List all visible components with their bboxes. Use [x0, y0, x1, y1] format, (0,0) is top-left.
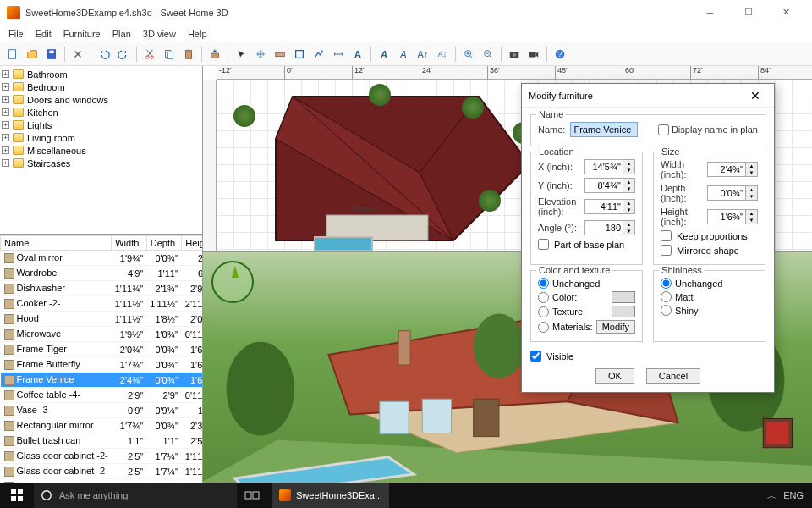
video-icon[interactable]: [524, 45, 543, 64]
ct-texture-radio[interactable]: [538, 306, 549, 318]
menu-plan[interactable]: Plan: [107, 27, 136, 41]
ct-color-radio[interactable]: [538, 292, 549, 303]
expand-icon[interactable]: +: [2, 146, 9, 154]
create-polyline-icon[interactable]: [310, 45, 328, 64]
width-stepper[interactable]: ▲▼: [707, 162, 758, 177]
table-row[interactable]: Vase -3-0'9"0'9¼"1'8": [1, 403, 203, 418]
text-decrease-icon[interactable]: A↓: [433, 45, 452, 64]
table-row[interactable]: Frame Venice2'4¾"0'0¾"1'6¾": [1, 373, 203, 388]
text-italic-icon[interactable]: A: [394, 45, 413, 64]
text-bold-icon[interactable]: A: [375, 45, 393, 64]
new-icon[interactable]: [3, 45, 22, 64]
elevation-stepper[interactable]: ▲▼: [584, 199, 635, 214]
tray-lang[interactable]: ENG: [783, 490, 804, 500]
table-row[interactable]: Coffee table -4-2'9"2'9"0'11¼": [1, 388, 203, 403]
redo-icon[interactable]: [114, 45, 133, 64]
angle-stepper[interactable]: ▲▼: [584, 220, 635, 235]
save-icon[interactable]: [42, 45, 61, 64]
text-increase-icon[interactable]: A↑: [414, 45, 432, 64]
menu-furniture[interactable]: Furniture: [58, 27, 106, 41]
ok-button[interactable]: OK: [595, 368, 634, 384]
expand-icon[interactable]: +: [2, 134, 9, 141]
baseplan-checkbox[interactable]: [538, 239, 549, 250]
table-row[interactable]: Microwave1'9½"1'0¾"0'11¼": [1, 327, 203, 342]
table-row[interactable]: Glass door cabinet -2-2'5"1'7¼"1'11¼": [1, 449, 203, 464]
display-name-checkbox[interactable]: [658, 124, 669, 135]
add-furniture-icon[interactable]: [206, 45, 224, 64]
expand-icon[interactable]: +: [2, 121, 9, 129]
col-depth[interactable]: Depth: [146, 236, 182, 251]
start-button[interactable]: [0, 489, 34, 502]
copy-icon[interactable]: [160, 45, 178, 64]
catalog-tree[interactable]: +Bathroom+Bedroom+Doors and windows+Kitc…: [0, 66, 202, 235]
tree-item[interactable]: +Miscellaneous: [2, 144, 200, 157]
y-stepper[interactable]: ▲▼: [584, 178, 635, 193]
cancel-button[interactable]: Cancel: [646, 368, 700, 384]
tree-item[interactable]: +Kitchen: [2, 106, 200, 119]
ct-unchanged-radio[interactable]: [538, 278, 549, 289]
tree-item[interactable]: +Living room: [2, 131, 200, 144]
task-view-button[interactable]: [237, 489, 267, 501]
expand-icon[interactable]: +: [2, 70, 9, 78]
house-plan[interactable]: [250, 88, 538, 249]
minimize-button[interactable]: ─: [691, 1, 729, 25]
expand-icon[interactable]: +: [2, 83, 9, 91]
tree-item[interactable]: +Bedroom: [2, 80, 200, 93]
zoom-out-icon[interactable]: [479, 45, 497, 64]
col-height[interactable]: Height: [182, 236, 202, 251]
maximize-button[interactable]: ☐: [729, 1, 767, 25]
create-dimension-icon[interactable]: [329, 45, 348, 64]
table-row[interactable]: Glass door cabinet -2-2'5"1'7¼"1'11¼": [1, 464, 203, 479]
expand-icon[interactable]: +: [2, 108, 9, 116]
dialog-close-button[interactable]: ✕: [743, 89, 767, 102]
table-row[interactable]: Bullet trash can1'1"1'1"2'5¼": [1, 433, 203, 449]
compass-icon[interactable]: [211, 261, 254, 303]
tray-chevron-icon[interactable]: ︿: [767, 489, 776, 502]
depth-stepper[interactable]: ▲▼: [707, 185, 758, 201]
zoom-in-icon[interactable]: [459, 45, 478, 64]
col-width[interactable]: Width: [112, 236, 147, 251]
pool-plan[interactable]: [314, 236, 373, 251]
color-swatch-button[interactable]: [612, 291, 635, 303]
tree-item[interactable]: +Bathroom: [2, 68, 200, 80]
visible-checkbox[interactable]: [530, 351, 541, 362]
undo-icon[interactable]: [95, 45, 113, 64]
table-row[interactable]: Dishwasher1'11¾"2'1¾"2'9½": [1, 281, 203, 296]
table-row[interactable]: Cooker -2-1'11½"1'11½"2'11½": [1, 296, 203, 312]
menu-help[interactable]: Help: [183, 27, 212, 41]
cut-icon[interactable]: [140, 45, 159, 64]
taskbar-app[interactable]: SweetHome3DExa...: [272, 483, 389, 508]
expand-icon[interactable]: +: [2, 159, 9, 167]
pan-icon[interactable]: [251, 45, 270, 64]
menu-file[interactable]: File: [3, 27, 29, 41]
ct-materials-radio[interactable]: [538, 322, 549, 333]
tree-item[interactable]: +Doors and windows: [2, 93, 200, 106]
menu-edit[interactable]: Edit: [30, 27, 57, 41]
sh-unchanged-radio[interactable]: [661, 278, 672, 289]
keep-proportions-checkbox[interactable]: [661, 230, 672, 241]
table-row[interactable]: Oval mirror1'9¾"0'0¾"2'7": [1, 251, 203, 266]
close-button[interactable]: ✕: [767, 1, 805, 25]
taskbar-search[interactable]: Ask me anything: [34, 483, 237, 508]
col-name[interactable]: Name: [1, 236, 112, 251]
create-text-icon[interactable]: A: [348, 45, 367, 64]
x-stepper[interactable]: ▲▼: [584, 159, 635, 174]
table-row[interactable]: Rectangular mirror1'7¾"0'0¾"2'3½": [1, 418, 203, 433]
furniture-table-wrap[interactable]: Name Width Depth Height Visible Oval mir…: [0, 235, 202, 483]
tree-item[interactable]: +Staircases: [2, 157, 200, 169]
table-row[interactable]: Hood1'11½"1'8½"2'0¼": [1, 312, 203, 327]
materials-modify-button[interactable]: Modify: [596, 320, 635, 334]
texture-swatch-button[interactable]: [612, 306, 635, 318]
name-field[interactable]: [570, 122, 638, 137]
select-icon[interactable]: [232, 45, 250, 64]
preferences-icon[interactable]: [69, 45, 87, 64]
table-row[interactable]: Wardrobe4'9"1'11"6'7": [1, 266, 203, 281]
sh-matt-radio[interactable]: [661, 291, 672, 302]
tree-item[interactable]: +Lights: [2, 119, 200, 131]
create-room-icon[interactable]: [290, 45, 309, 64]
help-icon[interactable]: ?: [551, 45, 569, 64]
photo-icon[interactable]: [505, 45, 524, 64]
height-stepper[interactable]: ▲▼: [707, 209, 758, 224]
create-wall-icon[interactable]: [271, 45, 289, 64]
sh-shiny-radio[interactable]: [661, 305, 672, 316]
